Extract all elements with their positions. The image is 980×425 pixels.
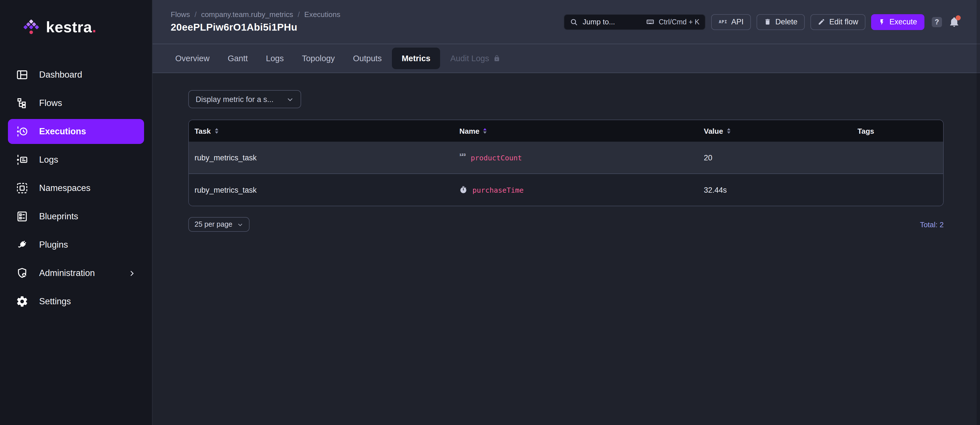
column-header-task[interactable]: Task	[194, 127, 460, 135]
tab-audit-logs: Audit Logs	[450, 54, 500, 63]
edit-flow-button[interactable]: Edit flow	[810, 14, 865, 30]
metrics-content: Display metric for a s... Task Name	[153, 73, 980, 425]
api-button[interactable]: API API	[711, 14, 751, 30]
kestra-app: kestra. Dashboard Flows	[0, 0, 980, 425]
sidebar-item-label: Logs	[39, 155, 58, 165]
breadcrumb-title-block: Flows / company.team.ruby_metrics / Exec…	[171, 10, 340, 33]
column-header-name[interactable]: Name	[460, 127, 704, 135]
trash-icon	[764, 18, 771, 25]
delete-button[interactable]: Delete	[757, 14, 805, 30]
breadcrumb: Flows / company.team.ruby_metrics / Exec…	[171, 10, 340, 19]
blueprints-icon	[16, 210, 29, 223]
flash-icon	[878, 18, 885, 26]
column-header-tags: Tags	[858, 127, 943, 135]
timer-icon	[460, 186, 467, 194]
shortcut-hint: Ctrl/Cmd + K	[646, 17, 700, 26]
kestra-logo[interactable]: kestra.	[0, 0, 152, 54]
scrollbar-track[interactable]	[977, 0, 980, 425]
notification-dot	[956, 15, 961, 21]
breadcrumb-separator: /	[298, 10, 300, 19]
help-icon: ?	[935, 18, 939, 26]
plugins-icon	[16, 239, 29, 251]
keyboard-icon	[646, 17, 655, 26]
page-size-select[interactable]: 25 per page	[188, 217, 249, 232]
column-header-value[interactable]: Value	[704, 127, 858, 135]
jump-to-placeholder: Jump to...	[583, 17, 615, 26]
sidebar-item-label: Executions	[39, 126, 86, 136]
sidebar-item-plugins[interactable]: Plugins	[8, 232, 144, 257]
sidebar-item-administration[interactable]: Administration	[8, 261, 144, 285]
metric-filter-select[interactable]: Display metric for a s...	[188, 90, 301, 108]
sidebar-item-namespaces[interactable]: Namespaces	[8, 176, 144, 201]
metric-name-cell: ¹²³ productCount	[460, 153, 704, 162]
tab-overview[interactable]: Overview	[175, 54, 210, 63]
chevron-down-icon	[237, 221, 243, 228]
table-row[interactable]: ruby_metrics_task ¹²³ productCount 20	[189, 142, 943, 173]
breadcrumb-flows[interactable]: Flows	[171, 10, 190, 19]
sidebar-item-flows[interactable]: Flows	[8, 91, 144, 116]
edit-flow-button-label: Edit flow	[829, 17, 858, 26]
chevron-down-icon	[286, 95, 294, 103]
tab-outputs[interactable]: Outputs	[353, 54, 382, 63]
main-area: Flows / company.team.ruby_metrics / Exec…	[153, 0, 980, 425]
metric-filter-placeholder: Display metric for a s...	[196, 95, 274, 103]
column-label: Name	[460, 127, 479, 135]
tab-topology[interactable]: Topology	[302, 54, 335, 63]
sidebar-item-label: Flows	[39, 98, 62, 108]
top-bar: Flows / company.team.ruby_metrics / Exec…	[153, 0, 980, 44]
dashboard-icon	[16, 68, 29, 81]
execute-button-label: Execute	[889, 17, 917, 26]
administration-icon	[16, 267, 29, 279]
help-button[interactable]: ?	[932, 17, 942, 27]
sort-icon	[215, 128, 218, 134]
sidebar-item-label: Blueprints	[39, 211, 78, 222]
sidebar-item-settings[interactable]: Settings	[8, 289, 144, 314]
sidebar-item-dashboard[interactable]: Dashboard	[8, 62, 144, 87]
page-size-label: 25 per page	[194, 220, 232, 228]
column-label: Task	[194, 127, 211, 135]
breadcrumb-namespace[interactable]: company.team.ruby_metrics	[201, 10, 293, 19]
sidebar-item-label: Settings	[39, 297, 71, 306]
metrics-table: Task Name Value Tags	[188, 120, 944, 206]
chevron-right-icon	[127, 269, 136, 278]
execution-tabs: Overview Gantt Logs Topology Outputs Met…	[153, 44, 980, 73]
sort-icon-ascending	[484, 128, 487, 134]
column-label: Value	[704, 127, 723, 135]
sort-icon	[727, 128, 730, 134]
breadcrumb-executions[interactable]: Executions	[304, 10, 340, 19]
table-row[interactable]: ruby_metrics_task purchaseTime 32.44s	[189, 173, 943, 206]
jump-to-search[interactable]: Jump to... Ctrl/Cmd + K	[564, 14, 706, 30]
task-cell: ruby_metrics_task	[194, 186, 460, 194]
api-button-label: API	[731, 17, 744, 26]
sidebar-item-label: Administration	[39, 268, 95, 278]
metric-name-cell: purchaseTime	[460, 186, 704, 194]
sidebar-item-executions[interactable]: Executions	[8, 119, 144, 144]
namespaces-icon	[16, 182, 29, 194]
executions-icon	[16, 125, 29, 138]
top-actions: Jump to... Ctrl/Cmd + K API API	[564, 14, 959, 30]
delete-button-label: Delete	[775, 17, 797, 26]
tab-metrics[interactable]: Metrics	[392, 48, 440, 69]
tab-logs[interactable]: Logs	[266, 54, 284, 63]
value-cell: 20	[704, 153, 858, 162]
metric-name: productCount	[471, 153, 522, 162]
lock-icon	[493, 55, 500, 62]
tab-audit-logs-label: Audit Logs	[450, 54, 489, 63]
notifications-button[interactable]	[949, 16, 959, 27]
gear-icon	[16, 295, 29, 308]
pencil-icon	[818, 18, 825, 25]
api-icon: API	[719, 19, 727, 24]
execute-button[interactable]: Execute	[871, 14, 924, 30]
sidebar-item-blueprints[interactable]: Blueprints	[8, 204, 144, 229]
metric-name: purchaseTime	[473, 186, 524, 194]
column-label: Tags	[858, 127, 874, 135]
shortcut-text: Ctrl/Cmd + K	[659, 18, 700, 26]
breadcrumb-separator: /	[194, 10, 197, 19]
sidebar-item-logs[interactable]: Logs	[8, 147, 144, 172]
sidebar: kestra. Dashboard Flows	[0, 0, 153, 425]
brand-name: kestra.	[46, 18, 96, 36]
logs-icon	[16, 154, 29, 166]
sidebar-item-label: Namespaces	[39, 183, 91, 193]
tab-gantt[interactable]: Gantt	[228, 54, 248, 63]
value-cell: 32.44s	[704, 186, 858, 194]
